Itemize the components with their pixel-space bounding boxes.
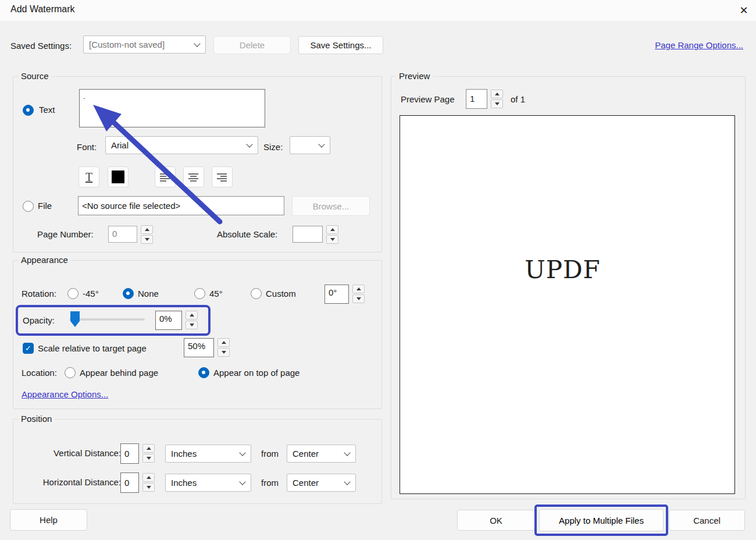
- spin-down-button[interactable]: [142, 454, 155, 463]
- spin-up-button[interactable]: [141, 225, 153, 234]
- text-radio[interactable]: [23, 105, 34, 116]
- vertical-distance-input[interactable]: 0: [120, 443, 139, 464]
- dialog-title: Add Watermark: [10, 4, 75, 15]
- opacity-input[interactable]: 0%: [155, 311, 182, 330]
- horizontal-distance-input[interactable]: 0: [120, 472, 139, 493]
- chevron-down-icon: [344, 478, 350, 485]
- saved-settings-label: Saved Settings:: [10, 41, 72, 51]
- spin-down-button[interactable]: [352, 294, 365, 303]
- spin-down-icon: [147, 457, 151, 460]
- rotation-custom-radio[interactable]: [251, 288, 262, 299]
- page-number-input[interactable]: 0: [108, 226, 137, 243]
- rotation-45-radio[interactable]: [194, 288, 205, 299]
- spin-up-button[interactable]: [352, 285, 365, 293]
- horizontal-unit-value: Inches: [171, 478, 240, 488]
- opacity-label: Opacity:: [23, 315, 55, 325]
- scale-relative-label: Scale relative to target page: [38, 343, 147, 353]
- preview-page-canvas: UPDF: [400, 115, 735, 494]
- text-color-button[interactable]: [108, 166, 129, 187]
- spin-down-button[interactable]: [186, 321, 198, 329]
- spin-up-button[interactable]: [186, 311, 198, 319]
- spin-down-icon: [222, 351, 226, 354]
- opacity-slider-thumb[interactable]: [70, 311, 80, 327]
- browse-button[interactable]: Browse...: [292, 196, 370, 216]
- close-icon[interactable]: ✕: [736, 3, 751, 18]
- spin-down-icon: [495, 102, 500, 105]
- spin-up-button[interactable]: [217, 338, 230, 347]
- chevron-down-icon: [318, 141, 324, 147]
- spin-down-button[interactable]: [326, 235, 338, 244]
- title-bar: Add Watermark ✕: [0, 0, 756, 21]
- watermark-text-input[interactable]: .: [79, 89, 265, 127]
- underline-text-button[interactable]: T: [79, 166, 99, 187]
- rotation-custom-label: Custom: [266, 289, 296, 299]
- rotation-angle-input[interactable]: 0°: [324, 285, 349, 304]
- rotation-label: Rotation:: [22, 289, 56, 299]
- spin-down-button[interactable]: [142, 483, 155, 492]
- scale-relative-checkbox[interactable]: ✓: [23, 343, 34, 354]
- location-on-top-radio[interactable]: [198, 367, 209, 378]
- vertical-anchor-select[interactable]: Center: [287, 445, 356, 463]
- page-range-options-link[interactable]: Page Range Options...: [655, 40, 743, 50]
- location-behind-label: Appear behind page: [80, 368, 158, 378]
- opacity-slider-track[interactable]: [69, 318, 145, 321]
- spin-down-icon: [330, 238, 335, 241]
- scale-percent-input[interactable]: 50%: [184, 338, 214, 357]
- spin-up-icon: [356, 287, 361, 290]
- rotation-minus45-radio[interactable]: [67, 288, 79, 299]
- align-center-button[interactable]: [183, 166, 204, 187]
- chevron-down-icon: [194, 40, 200, 47]
- preview-of-label: of 1: [511, 94, 525, 104]
- absolute-scale-input[interactable]: [293, 226, 323, 243]
- apply-highlight-annotation: Apply to Multiple Files: [534, 505, 668, 536]
- spin-up-button[interactable]: [142, 444, 155, 453]
- spin-up-button[interactable]: [491, 90, 503, 98]
- vertical-unit-value: Inches: [171, 449, 240, 459]
- rotation-none-radio[interactable]: [123, 288, 134, 299]
- font-select[interactable]: Arial: [105, 136, 258, 154]
- location-behind-radio[interactable]: [65, 367, 76, 378]
- watermark-preview-text: UPDF: [395, 255, 730, 284]
- horizontal-anchor-select[interactable]: Center: [287, 474, 356, 492]
- help-button[interactable]: Help: [10, 509, 87, 531]
- appearance-group-title: Appearance: [18, 255, 71, 265]
- source-group-title: Source: [18, 71, 52, 81]
- spin-down-icon: [145, 238, 149, 241]
- source-file-input[interactable]: <No source file selected>: [78, 196, 284, 215]
- preview-group: Preview Preview Page 1 of 1 UPDF: [391, 76, 746, 499]
- save-settings-button[interactable]: Save Settings...: [298, 36, 383, 54]
- spin-down-button[interactable]: [491, 100, 503, 108]
- spin-up-icon: [330, 228, 335, 231]
- preview-group-title: Preview: [396, 71, 433, 81]
- preview-page-input[interactable]: 1: [466, 89, 487, 109]
- vertical-unit-select[interactable]: Inches: [165, 445, 251, 463]
- spin-up-button[interactable]: [142, 473, 155, 482]
- saved-settings-select[interactable]: [Custom-not saved]: [83, 35, 206, 54]
- size-select[interactable]: [290, 136, 330, 154]
- appearance-options-link[interactable]: Appearance Options...: [22, 389, 108, 399]
- spin-up-icon: [147, 447, 151, 450]
- spin-up-icon: [190, 314, 194, 317]
- cancel-button[interactable]: Cancel: [669, 510, 745, 531]
- font-value: Arial: [111, 140, 247, 150]
- file-radio[interactable]: [23, 201, 34, 212]
- align-left-button[interactable]: [155, 166, 176, 187]
- apply-to-multiple-files-button[interactable]: Apply to Multiple Files: [539, 509, 664, 531]
- horizontal-unit-select[interactable]: Inches: [165, 474, 251, 492]
- horizontal-anchor-value: Center: [293, 478, 345, 488]
- align-center-icon: [188, 173, 199, 182]
- chevron-down-icon: [239, 449, 245, 456]
- spin-up-icon: [222, 341, 226, 344]
- source-group: Source Text . Font: Arial Size: T: [13, 76, 382, 253]
- spin-up-icon: [495, 93, 500, 95]
- chevron-down-icon: [246, 141, 252, 147]
- spin-up-button[interactable]: [326, 225, 338, 234]
- preview-page-label: Preview Page: [401, 94, 455, 104]
- align-right-button[interactable]: [212, 166, 233, 187]
- delete-button[interactable]: Delete: [213, 36, 291, 54]
- opacity-spinner: [186, 311, 198, 329]
- spin-down-button[interactable]: [141, 235, 153, 244]
- ok-button[interactable]: OK: [457, 510, 535, 531]
- spin-down-button[interactable]: [217, 348, 230, 357]
- chevron-down-icon: [344, 449, 350, 456]
